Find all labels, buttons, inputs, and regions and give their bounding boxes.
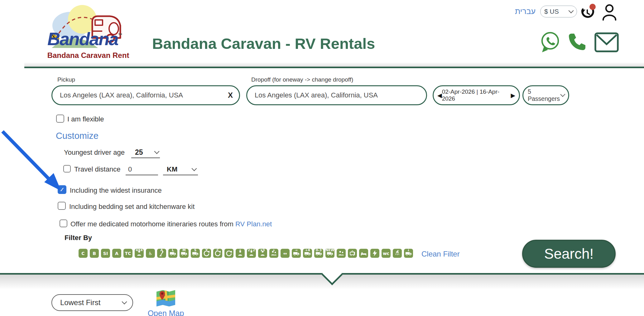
filter-rv-large-icon[interactable]: L xyxy=(168,249,177,258)
flexible-checkbox[interactable] xyxy=(56,115,64,123)
itineraries-checkbox[interactable] xyxy=(60,219,67,227)
filter-rotate-c-icon[interactable]: C xyxy=(213,249,222,258)
filter-rv-medium-icon[interactable]: M xyxy=(180,249,189,258)
bedding-kitchenware-label: Including bedding set and kitchenware ki… xyxy=(69,203,195,211)
passengers-value: 5 Passengers xyxy=(528,88,561,102)
filter-class-c-icon[interactable]: C xyxy=(79,249,88,258)
dropoff-label: Dropoff (for oneway -> change dropoff) xyxy=(251,76,353,83)
flexible-label: I am flexible xyxy=(67,115,104,123)
search-button[interactable]: Search! xyxy=(522,240,616,268)
filter-width-icon[interactable]: ↔ xyxy=(281,249,290,258)
filter-rotate-y-icon[interactable]: Y xyxy=(202,249,211,258)
currency-select[interactable]: $ US xyxy=(540,6,577,17)
user-account-icon[interactable] xyxy=(601,3,618,21)
dropoff-input[interactable]: Los Angeles (LAX area), California, USA xyxy=(246,85,427,105)
date-range-value: 02-Apr-2026 | 16-Apr-2026 xyxy=(442,88,511,102)
chevron-down-icon xyxy=(569,8,574,13)
whatsapp-icon[interactable] xyxy=(540,31,560,54)
chevron-down-icon xyxy=(154,149,160,154)
passengers-select[interactable]: 5 Passengers xyxy=(522,85,569,105)
filter-automatic-icon[interactable]: A xyxy=(157,249,166,258)
trademark-symbol: ™ xyxy=(118,32,123,37)
distance-unit-select[interactable]: KM xyxy=(163,164,198,175)
filter-bed-icon[interactable] xyxy=(359,249,368,258)
youngest-driver-age-value: 25 xyxy=(135,148,143,157)
filter-wheelchair-icon[interactable]: ♿ xyxy=(146,249,155,258)
date-prev-button[interactable]: ◀ xyxy=(437,92,442,99)
email-envelope-icon[interactable] xyxy=(594,32,619,54)
rv-plan-net-link[interactable]: RV Plan.net xyxy=(235,220,272,228)
youngest-driver-age-label: Youngest driver age xyxy=(64,149,125,157)
chevron-down-icon xyxy=(122,299,127,304)
filter-rv-plus4-icon[interactable]: +4 xyxy=(303,249,312,258)
language-link-hebrew[interactable]: עברית xyxy=(515,7,536,16)
filter-class-a-icon[interactable]: A xyxy=(112,249,121,258)
youngest-driver-age-select[interactable]: 25 xyxy=(131,147,160,158)
top-divider-shadow xyxy=(24,63,644,67)
travel-distance-label: Travel distance xyxy=(74,165,120,173)
filter-wc-icon[interactable]: wc xyxy=(382,249,391,258)
filter-icons-row: CBSIATC4X4♿ALMSYC+2+2x3+↔→+40-3NEWwc↓ xyxy=(79,249,413,258)
pickup-value: Los Angeles (LAX area), California, USA xyxy=(60,91,183,99)
widest-insurance-checkbox[interactable]: ✓ xyxy=(58,185,66,194)
travel-distance-input[interactable]: 0 xyxy=(126,164,158,175)
filter-rv-age-0-3-icon[interactable]: 0-3 xyxy=(314,249,323,258)
page: Bandana™ Bandana Caravan Rent Bandana Ca… xyxy=(0,0,644,316)
chevron-down-icon xyxy=(192,166,197,171)
open-map-button[interactable]: Open Map xyxy=(144,289,188,316)
date-range-picker[interactable]: ◀ 02-Apr-2026 | 16-Apr-2026 ▶ xyxy=(433,85,520,105)
brand-logo[interactable]: Bandana™ Bandana Caravan Rent xyxy=(43,1,132,62)
filter-tv-icon[interactable] xyxy=(348,249,357,258)
filter-shower-icon[interactable] xyxy=(393,249,402,258)
clear-pickup-button[interactable]: X xyxy=(228,91,233,100)
filter-by-label: Filter By xyxy=(65,234,92,242)
filter-family-plus-icon[interactable]: + xyxy=(269,249,278,258)
travel-distance-value: 0 xyxy=(128,165,132,173)
pickup-label: Pickup xyxy=(57,76,75,83)
filter-person-plus-icon[interactable]: + xyxy=(236,249,245,258)
filter-class-b-icon[interactable]: B xyxy=(90,249,99,258)
itineraries-label: Offer me dedicated motorhome itineraries… xyxy=(70,220,272,228)
filter-rv-new-icon[interactable]: NEW xyxy=(325,249,334,258)
pickup-input[interactable]: Los Angeles (LAX area), California, USA … xyxy=(51,85,240,105)
logo-caption: Bandana Caravan Rent xyxy=(40,51,137,60)
filter-rotate-icon[interactable] xyxy=(224,249,233,258)
logo-wordmark: Bandana™ xyxy=(47,29,123,49)
filter-semi-integrated-icon[interactable]: SI xyxy=(101,249,110,258)
filter-seats-x3-icon[interactable]: x3 xyxy=(258,249,267,258)
currency-value: $ US xyxy=(544,8,559,15)
open-map-label: Open Map xyxy=(144,309,188,316)
filter-seats-2plus2-icon[interactable]: 2+2 xyxy=(247,249,256,258)
page-title: Bandana Caravan - RV Rentals xyxy=(152,35,375,52)
bedding-kitchenware-checkbox[interactable] xyxy=(58,202,66,210)
filter-4x4-icon[interactable]: 4X4 xyxy=(135,249,144,258)
map-icon xyxy=(156,289,175,307)
dropoff-value: Los Angeles (LAX area), California, USA xyxy=(255,91,378,99)
filter-electric-icon[interactable] xyxy=(370,249,379,258)
date-next-button[interactable]: ▶ xyxy=(511,92,515,99)
sort-order-select[interactable]: Lowest First xyxy=(51,294,133,311)
history-undo-icon[interactable] xyxy=(579,3,596,21)
filter-truck-camper-icon[interactable]: TC xyxy=(123,249,132,258)
distance-unit-value: KM xyxy=(167,165,177,173)
top-divider-line xyxy=(24,67,644,68)
travel-distance-checkbox[interactable] xyxy=(63,165,71,172)
clean-filter-link[interactable]: Clean Filter xyxy=(421,250,460,258)
phone-icon[interactable] xyxy=(567,32,587,52)
bottom-divider-shadow xyxy=(0,275,644,292)
widest-insurance-label: Including the widest insurance xyxy=(70,186,162,195)
filter-rv-oneway-icon[interactable]: → xyxy=(292,249,301,258)
customize-link[interactable]: Customize xyxy=(56,131,99,141)
filter-rv-small-icon[interactable]: S xyxy=(191,249,200,258)
sort-order-value: Lowest First xyxy=(60,298,100,307)
filter-family-icon[interactable] xyxy=(337,249,346,258)
filter-rv-dropdown-icon[interactable]: ↓ xyxy=(404,249,413,258)
